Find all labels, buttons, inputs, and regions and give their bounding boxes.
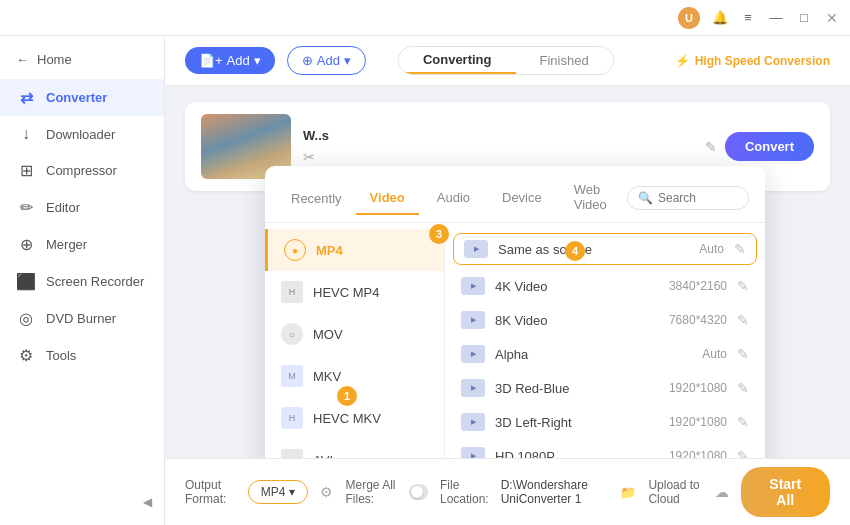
cloud-icon[interactable]: ☁ — [715, 484, 729, 500]
sidebar-item-tools[interactable]: ⚙ Tools — [0, 337, 164, 374]
close-icon[interactable]: ✕ — [824, 10, 840, 26]
edit-icon-4k[interactable]: ✎ — [737, 278, 749, 294]
tab-recently[interactable]: Recently — [281, 183, 352, 214]
sidebar-item-label-merger: Merger — [46, 237, 87, 252]
sidebar-item-dvd-burner[interactable]: ◎ DVD Burner — [0, 300, 164, 337]
upload-cloud-label: Upload to Cloud — [648, 478, 702, 506]
tab-finished[interactable]: Finished — [516, 47, 613, 74]
editor-icon: ✏ — [16, 198, 36, 217]
hd-1080p-thumb — [461, 447, 485, 458]
tab-converting[interactable]: Converting — [399, 47, 516, 74]
minimize-icon[interactable]: — — [768, 10, 784, 26]
hevc-mkv-icon: H — [281, 407, 303, 429]
step-badge-4: 4 — [565, 241, 585, 261]
sidebar-item-merger[interactable]: ⊕ Merger — [0, 226, 164, 263]
edit-icon-3d-red-blue[interactable]: ✎ — [737, 380, 749, 396]
content-area: W..s ✂ ✎ Convert Recently Video Audio D — [165, 86, 850, 458]
format-3d-red-blue[interactable]: 3D Red-Blue 1920*1080 ✎ — [445, 371, 765, 405]
titlebar: U 🔔 ≡ — □ ✕ — [0, 0, 850, 36]
edit-icon-8k[interactable]: ✎ — [737, 312, 749, 328]
merge-label: Merge All Files: — [345, 478, 397, 506]
app-body: ← Home ⇄ Converter ↓ Downloader ⊞ Compre… — [0, 36, 850, 525]
edit-file-icon[interactable]: ✎ — [705, 139, 717, 155]
tab-group: Converting Finished — [398, 46, 614, 75]
chevron-down-icon: ▾ — [254, 53, 261, 68]
scissors-icon[interactable]: ✂ — [303, 149, 315, 165]
alpha-thumb — [461, 345, 485, 363]
add-secondary-icon: ⊕ — [302, 53, 313, 68]
tab-device[interactable]: Device — [488, 182, 556, 215]
step-badge-1: 1 — [337, 386, 357, 406]
screen-recorder-icon: ⬛ — [16, 272, 36, 291]
format-mov[interactable]: ○ MOV — [265, 313, 444, 355]
add-file-icon: 📄+ — [199, 53, 223, 68]
format-hevc-mkv[interactable]: H HEVC MKV — [265, 397, 444, 439]
format-right-panel: Same as source Auto ✎ 4K Video 3840*2160… — [445, 223, 765, 458]
sidebar-item-editor[interactable]: ✏ Editor — [0, 189, 164, 226]
format-avi[interactable]: ▭ AVI — [265, 439, 444, 458]
search-box: 🔍 — [627, 186, 749, 210]
format-mp4[interactable]: ● MP4 — [265, 229, 444, 271]
search-input[interactable] — [658, 191, 738, 205]
main-content: 📄+ Add ▾ ⊕ Add ▾ Converting Finished ⚡ H… — [165, 36, 850, 525]
bell-icon[interactable]: 🔔 — [712, 10, 728, 26]
convert-button[interactable]: Convert — [725, 132, 814, 161]
add-secondary-button[interactable]: ⊕ Add ▾ — [287, 46, 366, 75]
header-bar: 📄+ Add ▾ ⊕ Add ▾ Converting Finished ⚡ H… — [165, 36, 850, 86]
sidebar-item-label-dvd-burner: DVD Burner — [46, 311, 116, 326]
downloader-icon: ↓ — [16, 125, 36, 143]
format-3d-left-right[interactable]: 3D Left-Right 1920*1080 ✎ — [445, 405, 765, 439]
tab-audio[interactable]: Audio — [423, 182, 484, 215]
lightning-icon: ⚡ — [675, 54, 690, 68]
edit-icon-same-as-source[interactable]: ✎ — [734, 241, 746, 257]
format-alpha[interactable]: Alpha Auto ✎ — [445, 337, 765, 371]
compressor-icon: ⊞ — [16, 161, 36, 180]
output-format-label: Output Format: — [185, 478, 236, 506]
sidebar-item-compressor[interactable]: ⊞ Compressor — [0, 152, 164, 189]
edit-icon-3d-left-right[interactable]: ✎ — [737, 414, 749, 430]
format-list-area: ● MP4 H HEVC MP4 ○ MOV M — [265, 223, 765, 458]
menu-icon[interactable]: ≡ — [740, 10, 756, 26]
start-all-button[interactable]: Start All — [741, 467, 830, 517]
format-hd-1080p[interactable]: HD 1080P 1920*1080 ✎ — [445, 439, 765, 458]
hevc-mp4-icon: H — [281, 281, 303, 303]
format-8k-video[interactable]: 8K Video 7680*4320 ✎ — [445, 303, 765, 337]
sidebar-collapse-btn[interactable]: ◀ — [0, 487, 164, 517]
tab-video[interactable]: Video — [356, 182, 419, 215]
sidebar: ← Home ⇄ Converter ↓ Downloader ⊞ Compre… — [0, 36, 165, 525]
file-info: W..s ✂ — [303, 128, 693, 165]
mp4-icon: ● — [284, 239, 306, 261]
location-label: File Location: — [440, 478, 489, 506]
edit-icon-alpha[interactable]: ✎ — [737, 346, 749, 362]
merge-toggle[interactable] — [409, 484, 428, 500]
format-hevc-mp4[interactable]: H HEVC MP4 — [265, 271, 444, 313]
sidebar-home[interactable]: ← Home — [0, 44, 164, 75]
format-same-as-source[interactable]: Same as source Auto ✎ — [453, 233, 757, 265]
4k-thumb — [461, 277, 485, 295]
sidebar-item-converter[interactable]: ⇄ Converter — [0, 79, 164, 116]
dropdown-tab-bar: Recently Video Audio Device Web Video 🔍 — [265, 166, 765, 223]
same-as-source-thumb — [464, 240, 488, 258]
chevron-down-icon-2: ▾ — [344, 53, 351, 68]
output-format-select[interactable]: MP4 ▾ — [248, 480, 309, 504]
sidebar-item-screen-recorder[interactable]: ⬛ Screen Recorder — [0, 263, 164, 300]
sidebar-item-label-downloader: Downloader — [46, 127, 115, 142]
bottom-bar: Output Format: MP4 ▾ ⚙ Merge All Files: … — [165, 458, 850, 525]
converter-icon: ⇄ — [16, 88, 36, 107]
folder-icon[interactable]: 📁 — [620, 485, 636, 500]
3d-left-right-thumb — [461, 413, 485, 431]
format-4k-video[interactable]: 4K Video 3840*2160 ✎ — [445, 269, 765, 303]
high-speed-conversion[interactable]: ⚡ High Speed Conversion — [675, 54, 830, 68]
tab-web-video[interactable]: Web Video — [560, 174, 623, 222]
format-left-panel: ● MP4 H HEVC MP4 ○ MOV M — [265, 223, 445, 458]
sidebar-item-downloader[interactable]: ↓ Downloader — [0, 116, 164, 152]
maximize-icon[interactable]: □ — [796, 10, 812, 26]
add-file-button[interactable]: 📄+ Add ▾ — [185, 47, 275, 74]
sidebar-item-label-compressor: Compressor — [46, 163, 117, 178]
settings-icon-format[interactable]: ⚙ — [320, 484, 333, 500]
search-icon: 🔍 — [638, 191, 653, 205]
avatar[interactable]: U — [678, 7, 700, 29]
edit-icon-hd-1080p[interactable]: ✎ — [737, 448, 749, 458]
sidebar-item-label-editor: Editor — [46, 200, 80, 215]
avi-icon: ▭ — [281, 449, 303, 458]
